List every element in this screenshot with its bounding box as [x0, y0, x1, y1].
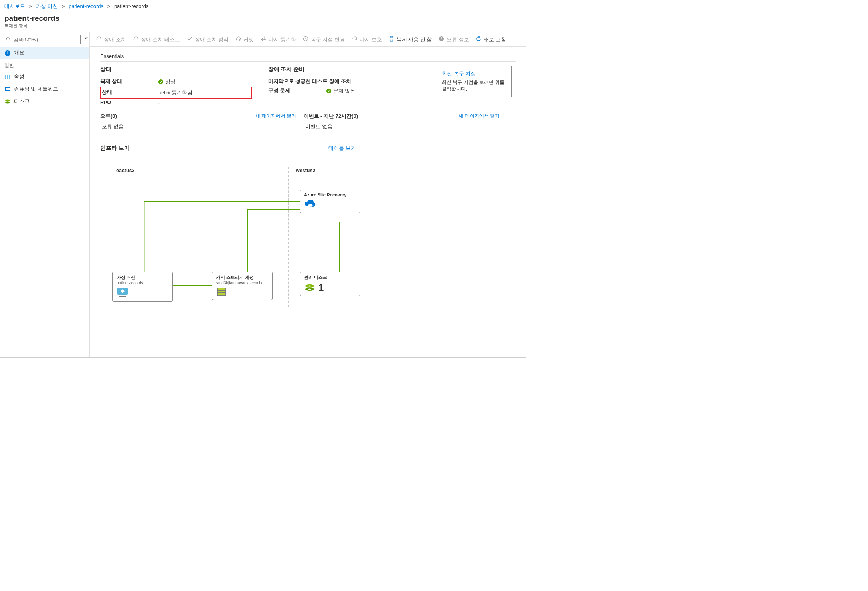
- svg-rect-2: [5, 75, 6, 79]
- essentials-toggle[interactable]: Essentials: [100, 51, 516, 62]
- commit-icon: [235, 36, 241, 43]
- svg-point-0: [7, 38, 10, 40]
- svg-rect-3: [7, 75, 8, 79]
- nav-disks[interactable]: 디스크: [0, 95, 89, 108]
- breadcrumb-dashboard[interactable]: 대시보드: [4, 3, 25, 9]
- status-value: 64% 동기화됨: [160, 89, 192, 96]
- svg-rect-25: [218, 288, 225, 290]
- svg-rect-4: [9, 75, 10, 79]
- breadcrumb-patient-records[interactable]: patient-records: [69, 3, 103, 9]
- search-icon: [6, 37, 11, 43]
- failover-button[interactable]: 장애 조치: [95, 36, 126, 43]
- region-divider: [288, 167, 289, 307]
- events-title: 이벤트 - 지난 72시간(0): [304, 113, 358, 120]
- node-vm[interactable]: 가상 머신 patient-records: [112, 272, 173, 302]
- last-success-label: 마지막으로 성공한 테스트 장애 조치: [268, 78, 352, 85]
- svg-point-31: [308, 289, 311, 290]
- reprotect-icon: [351, 36, 358, 43]
- disk-count: 1: [318, 282, 324, 293]
- test-failover-button[interactable]: 장애 조치 테스트: [132, 36, 180, 43]
- resync-icon: [260, 36, 267, 43]
- nav-section-general: 일반: [0, 59, 89, 71]
- nav-disks-label: 디스크: [14, 98, 30, 105]
- table-view-link[interactable]: 테이블 보기: [328, 145, 356, 152]
- svg-point-29: [308, 286, 311, 287]
- failover-icon: [95, 36, 102, 43]
- breadcrumb: 대시보드 > 가상 머신 > patient-records > patient…: [0, 0, 526, 12]
- svg-rect-26: [218, 291, 225, 292]
- cleanup-icon: [186, 36, 193, 43]
- asr-icon: [304, 199, 356, 210]
- node-storage-sub: smd3hjlamnavaulasrcache: [216, 281, 268, 285]
- toolbar: 장애 조치 장애 조치 테스트 장애 조치 정리 커밋 다시 동기화 복구 지점…: [90, 32, 526, 47]
- status-row-highlight: 상태 64% 동기화됨: [100, 87, 252, 99]
- compute-network-icon: [4, 86, 11, 93]
- recovery-point-title: 최신 복구 지점: [442, 70, 506, 77]
- cleanup-button[interactable]: 장애 조치 정리: [186, 36, 229, 43]
- events-body: 이벤트 없음: [304, 121, 500, 133]
- errors-title: 오류(0): [100, 113, 117, 120]
- error-details-button[interactable]: !오류 정보: [438, 36, 469, 43]
- resync-button[interactable]: 다시 동기화: [260, 36, 296, 43]
- node-storage-title: 캐시 스토리지 계정: [216, 274, 268, 280]
- commit-button[interactable]: 커밋: [235, 36, 254, 43]
- node-disk[interactable]: 관리 디스크 1: [300, 272, 360, 296]
- nav-compute-network-label: 컴퓨팅 및 네트워크: [14, 86, 58, 93]
- recovery-point-card[interactable]: 최신 복구 지점 최신 복구 지점을 보려면 위를 클릭합니다.: [436, 66, 512, 97]
- change-recovery-point-button[interactable]: 복구 지점 변경: [303, 36, 345, 43]
- errors-open-link[interactable]: 새 페이지에서 열기: [255, 113, 297, 120]
- node-disk-title: 관리 디스크: [304, 274, 356, 280]
- svg-rect-27: [218, 293, 225, 295]
- repl-status-label: 복제 상태: [100, 78, 158, 85]
- infra-diagram: eastus2 westus2 Azure Site Recovery 가상 머…: [100, 160, 516, 307]
- rpo-label: RPO: [100, 100, 158, 106]
- svg-point-7: [5, 99, 10, 101]
- change-rp-icon: [303, 36, 309, 43]
- svg-rect-23: [119, 296, 126, 297]
- node-vm-title: 가상 머신: [117, 274, 168, 280]
- svg-point-8: [5, 101, 10, 103]
- disable-replication-button[interactable]: 복제 사용 안 함: [388, 36, 432, 43]
- svg-point-9: [239, 39, 240, 41]
- node-asr[interactable]: Azure Site Recovery: [300, 190, 360, 213]
- storage-icon: [216, 287, 268, 297]
- search-input[interactable]: [4, 35, 81, 44]
- page-subtitle: 복제된 항목: [4, 23, 522, 29]
- test-failover-icon: [132, 36, 139, 43]
- node-storage[interactable]: 캐시 스토리지 계정 smd3hjlamnavaulasrcache: [212, 272, 273, 300]
- collapse-sidebar-icon[interactable]: «: [85, 35, 88, 41]
- reprotect-button[interactable]: 다시 보호: [351, 36, 382, 43]
- config-issues-value: 문제 없음: [333, 87, 356, 95]
- nav-overview[interactable]: i 개요: [0, 47, 89, 59]
- breadcrumb-current: patient-records: [114, 3, 149, 9]
- error-icon: !: [438, 36, 445, 43]
- chevron-down-icon: [319, 53, 324, 59]
- status-label: 상태: [102, 89, 160, 96]
- node-asr-title: Azure Site Recovery: [304, 192, 356, 197]
- svg-text:!: !: [441, 37, 442, 41]
- svg-rect-6: [6, 88, 10, 90]
- region-left-label: eastus2: [116, 168, 135, 173]
- breadcrumb-vms[interactable]: 가상 머신: [36, 3, 58, 9]
- ok-icon: [158, 79, 164, 85]
- infra-view-title: 인프라 보기: [100, 145, 130, 152]
- svg-rect-22: [121, 296, 125, 296]
- nav-properties[interactable]: 속성: [0, 71, 89, 83]
- recovery-point-text: 최신 복구 지점을 보려면 위를 클릭합니다.: [442, 79, 506, 93]
- nav-compute-network[interactable]: 컴퓨팅 및 네트워크: [0, 83, 89, 95]
- disk-icon: 1: [304, 282, 356, 293]
- essentials-title: Essentials: [100, 53, 124, 59]
- nav-properties-label: 속성: [14, 73, 24, 80]
- refresh-button[interactable]: 새로 고침: [475, 36, 506, 43]
- info-icon: i: [4, 50, 11, 56]
- failover-heading: 장애 조치 준비: [268, 66, 420, 73]
- events-open-link[interactable]: 새 페이지에서 열기: [459, 113, 500, 120]
- trash-icon: [388, 36, 395, 43]
- errors-body: 오류 없음: [100, 121, 297, 133]
- node-vm-sub: patient-records: [117, 281, 168, 285]
- svg-line-1: [9, 40, 10, 41]
- properties-icon: [4, 74, 11, 80]
- refresh-icon: [475, 36, 482, 43]
- status-heading: 상태: [100, 66, 252, 73]
- svg-point-14: [326, 89, 331, 93]
